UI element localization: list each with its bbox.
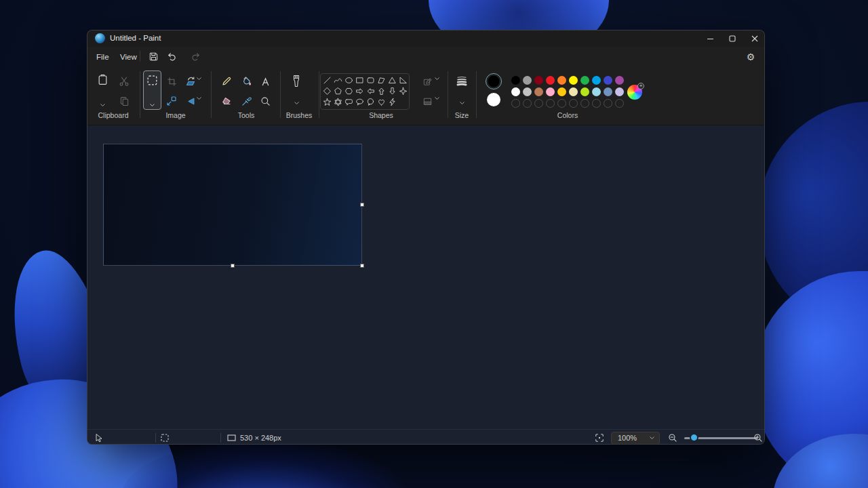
shape-curve-icon[interactable] [332,75,343,85]
shape-outline-chevron[interactable] [434,77,440,81]
crop-button[interactable] [163,73,180,89]
eraser-tool-button[interactable] [218,93,235,109]
size-button[interactable] [453,72,471,107]
custom-color-slot-5[interactable] [557,99,566,108]
palette-color-1[interactable] [511,76,520,85]
color-picker-tool-button[interactable] [238,93,254,109]
custom-color-slot-1[interactable] [511,99,520,108]
custom-color-slot-3[interactable] [534,99,543,108]
shape-rounded-rectangle-icon[interactable] [365,75,376,85]
shape-polygon-icon[interactable] [376,75,387,85]
palette-color-18[interactable] [592,87,601,96]
shape-heart-icon[interactable] [376,96,387,107]
flip-dropdown-chevron[interactable] [196,96,202,100]
palette-color-4[interactable] [546,76,555,85]
palette-color-6[interactable] [569,76,578,85]
edit-colors-button[interactable]: + [627,85,642,100]
shape-outline-button[interactable] [419,73,435,89]
shape-cloud-speech-bubble-icon[interactable] [365,96,376,107]
section-label-brushes: Brushes [286,111,313,119]
shape-right-triangle-icon[interactable] [397,75,408,85]
close-button[interactable] [744,30,765,47]
canvas-resize-handle-right[interactable] [360,203,364,207]
fit-to-screen-button[interactable] [595,433,604,443]
copy-button[interactable] [116,93,132,109]
canvas-resize-handle-bottom[interactable] [231,264,235,268]
custom-color-slot-4[interactable] [546,99,555,108]
shape-down-arrow-icon[interactable] [387,85,397,96]
canvas-resize-handle-corner[interactable] [360,264,364,268]
custom-color-slot-6[interactable] [569,99,578,108]
palette-color-3[interactable] [534,76,543,85]
shape-lightning-icon[interactable] [387,96,397,107]
shape-left-arrow-icon[interactable] [365,85,376,96]
shape-triangle-icon[interactable] [387,75,397,85]
text-tool-button[interactable] [257,73,273,89]
custom-color-slot-2[interactable] [523,99,532,108]
maximize-button[interactable] [722,30,743,47]
palette-color-20[interactable] [615,87,624,96]
palette-color-13[interactable] [534,87,543,96]
shape-six-point-star-icon[interactable] [332,96,343,107]
custom-color-slot-8[interactable] [592,99,601,108]
palette-color-19[interactable] [604,87,612,96]
palette-color-11[interactable] [511,87,520,96]
rotate-dropdown-chevron[interactable] [196,77,202,81]
shape-line-icon[interactable] [321,75,332,85]
palette-color-5[interactable] [557,76,566,85]
redo-button[interactable] [187,49,203,64]
shape-oval-icon[interactable] [343,75,354,85]
brushes-button[interactable] [288,72,305,107]
custom-color-slot-9[interactable] [604,99,612,108]
palette-color-16[interactable] [569,87,578,96]
shape-rectangle-icon[interactable] [354,75,365,85]
zoom-out-button[interactable] [668,433,677,443]
menu-file[interactable]: File [92,50,114,63]
paste-button[interactable] [94,71,111,109]
palette-color-2[interactable] [523,76,532,85]
shape-pentagon-icon[interactable] [332,85,343,96]
palette-color-12[interactable] [523,87,532,96]
shape-fill-chevron[interactable] [434,96,440,100]
zoom-level-dropdown[interactable]: 100% [611,432,660,445]
resize-button[interactable] [163,93,180,109]
color1-swatch[interactable] [486,73,502,89]
shape-diamond-icon[interactable] [321,85,332,96]
shape-rounded-speech-bubble-icon[interactable] [343,96,354,107]
custom-color-slot-7[interactable] [580,99,589,108]
title-bar[interactable]: Untitled - Paint [87,30,764,47]
pencil-tool-button[interactable] [218,73,235,89]
undo-button[interactable] [163,49,180,64]
palette-color-14[interactable] [546,87,555,96]
zoom-slider-thumb[interactable] [690,433,698,442]
palette-color-17[interactable] [580,87,589,96]
save-button[interactable] [145,49,161,64]
fill-tool-button[interactable] [238,73,254,89]
cut-button[interactable] [116,73,132,89]
rotate-button[interactable] [182,73,199,89]
palette-color-8[interactable] [592,76,601,85]
shape-oval-speech-bubble-icon[interactable] [354,96,365,107]
flip-button[interactable] [182,93,199,109]
shape-up-arrow-icon[interactable] [376,85,387,96]
zoom-in-button[interactable] [753,433,763,443]
palette-color-9[interactable] [604,76,612,85]
palette-color-7[interactable] [580,76,589,85]
color2-swatch[interactable] [487,93,500,106]
shape-right-arrow-icon[interactable] [354,85,365,96]
palette-color-10[interactable] [615,76,624,85]
menu-view[interactable]: View [115,50,142,63]
custom-color-slot-10[interactable] [615,99,624,108]
settings-gear-icon[interactable]: ⚙ [743,49,759,64]
magnifier-tool-button[interactable] [257,93,273,109]
palette-color-15[interactable] [557,87,566,96]
select-tool-button[interactable] [143,70,161,110]
shape-fill-button[interactable] [419,93,435,109]
canvas-workspace[interactable] [87,125,764,429]
shape-four-point-star-icon[interactable] [397,85,408,96]
shape-hexagon-icon[interactable] [343,85,354,96]
drawing-canvas[interactable] [103,144,362,266]
minimize-button[interactable] [699,30,721,47]
separator [211,71,212,118]
shape-five-point-star-icon[interactable] [321,96,332,107]
